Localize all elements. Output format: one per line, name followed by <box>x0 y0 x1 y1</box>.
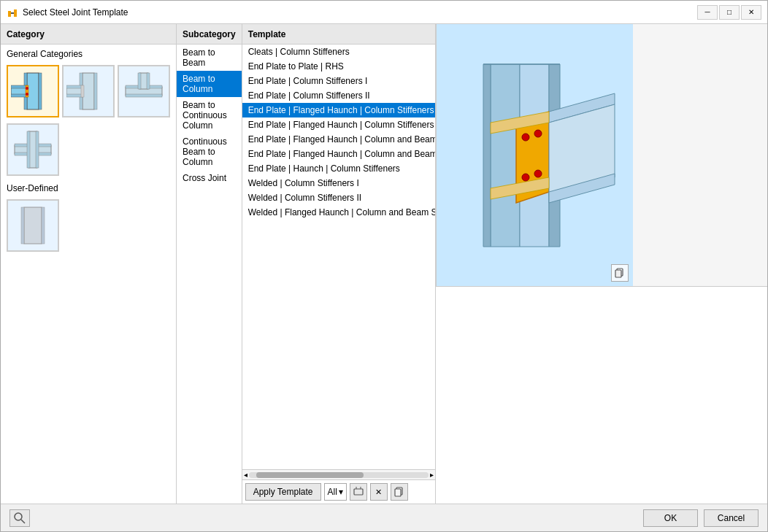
svg-rect-18 <box>81 85 84 97</box>
preview-copy-button[interactable] <box>611 264 629 282</box>
template-item-7[interactable]: End Plate | Flanged Haunch | Column and … <box>242 132 435 147</box>
cat-icon-1-svg <box>11 69 55 113</box>
user-icon-1-svg <box>11 204 55 247</box>
window-icon <box>7 7 18 18</box>
h-scrollbar-thumb[interactable] <box>256 472 364 478</box>
bottom-row: X Y Z <box>436 287 767 504</box>
cat-icon-4-svg <box>11 128 55 171</box>
preview-top-right <box>436 24 633 286</box>
template-item-11[interactable]: Welded | Column Stiffeners II <box>242 190 435 205</box>
template-item-4[interactable]: End Plate | Column Stiffeners II <box>242 88 435 103</box>
category-icon-3[interactable] <box>118 65 170 117</box>
svg-rect-24 <box>147 73 150 89</box>
svg-rect-17 <box>66 94 82 97</box>
template-scrollbar[interactable]: ◂ ▸ <box>242 469 435 479</box>
action-icon-copy-svg <box>394 487 404 497</box>
svg-rect-16 <box>66 85 82 88</box>
svg-marker-40 <box>491 64 520 247</box>
svg-point-53 <box>534 170 542 177</box>
svg-point-50 <box>522 134 529 141</box>
svg-point-51 <box>534 130 542 137</box>
action-icon-delete[interactable]: ✕ <box>370 483 388 501</box>
template-item-2[interactable]: End Plate to Plate | RHS <box>242 59 435 74</box>
template-item-5[interactable]: End Plate | Flanged Haunch | Column Stif… <box>242 103 435 117</box>
scroll-right-arrow[interactable]: ▸ <box>429 471 434 479</box>
svg-rect-34 <box>354 489 363 495</box>
preview-copy-icon <box>615 268 625 278</box>
subcategory-panel: Subcategory Beam to Beam Beam to Column … <box>177 24 242 504</box>
cat-icon-2-svg <box>66 69 110 113</box>
main-window: Select Steel Joint Template ─ □ ✕ Catego… <box>0 0 768 532</box>
svg-rect-7 <box>11 85 27 88</box>
subcategory-item-cross-joint[interactable]: Cross Joint <box>177 170 242 186</box>
category-header: Category <box>1 24 176 45</box>
template-item-8[interactable]: End Plate | Flanged Haunch | Column and … <box>242 147 435 161</box>
svg-marker-42 <box>483 64 491 247</box>
svg-rect-8 <box>11 94 27 97</box>
category-icons-row1 <box>1 62 176 120</box>
category-icon-4[interactable] <box>7 123 59 176</box>
svg-rect-32 <box>21 207 24 244</box>
minimize-button[interactable]: ─ <box>697 5 718 20</box>
svg-rect-12 <box>82 73 94 109</box>
subcategory-item-beam-to-beam[interactable]: Beam to Beam <box>177 45 242 71</box>
search-button[interactable] <box>9 509 30 527</box>
filter-dropdown[interactable]: All ▾ <box>324 483 347 501</box>
svg-point-11 <box>26 93 28 96</box>
cancel-button[interactable]: Cancel <box>704 509 759 527</box>
template-item-1[interactable]: Cleats | Column Stiffeners <box>242 45 435 59</box>
svg-rect-23 <box>138 73 141 89</box>
scroll-left-arrow[interactable]: ◂ <box>244 471 249 479</box>
title-bar: Select Steel Joint Template ─ □ ✕ <box>1 1 767 24</box>
user-defined-icons-row <box>1 196 176 255</box>
user-defined-icon-1[interactable] <box>7 199 59 252</box>
svg-rect-33 <box>42 207 45 244</box>
filter-label: All <box>328 487 337 497</box>
window-title: Select Steel Joint Template <box>23 7 697 18</box>
cat-icon-3-svg <box>122 69 166 113</box>
svg-rect-14 <box>94 73 97 109</box>
template-item-3[interactable]: End Plate | Column Stiffeners I <box>242 74 435 88</box>
right-stack: X Y Z <box>436 24 767 504</box>
template-item-10[interactable]: Welded | Column Stiffeners I <box>242 176 435 190</box>
svg-rect-21 <box>126 94 162 97</box>
svg-rect-56 <box>615 270 621 277</box>
subcategory-item-continuous-beam-to-column[interactable]: Continuous Beam to Column <box>177 134 242 170</box>
svg-line-91 <box>21 520 25 523</box>
bottom-left-panel <box>436 287 767 504</box>
top-row <box>436 24 767 287</box>
svg-rect-38 <box>395 489 401 496</box>
category-icon-1[interactable] <box>7 65 59 117</box>
svg-point-52 <box>522 174 529 181</box>
svg-rect-29 <box>27 131 30 168</box>
action-icon-1-svg <box>353 487 364 497</box>
search-icon <box>14 512 26 524</box>
category-icons-row2 <box>1 120 176 179</box>
svg-point-90 <box>15 513 22 520</box>
title-controls: ─ □ ✕ <box>697 5 761 20</box>
subcategory-item-beam-to-continuous-column[interactable]: Beam to Continuous Column <box>177 97 242 134</box>
template-item-6[interactable]: End Plate | Flanged Haunch | Column Stif… <box>242 117 435 132</box>
preview-3d-svg <box>447 50 622 261</box>
user-defined-label: User-Defined <box>1 179 176 196</box>
template-item-12[interactable]: Welded | Flanged Haunch | Column and Bea… <box>242 205 435 220</box>
action-icon-1[interactable] <box>350 483 367 501</box>
dropdown-arrow: ▾ <box>339 487 343 497</box>
apply-template-button[interactable]: Apply Template <box>245 483 321 501</box>
svg-rect-3 <box>27 73 39 109</box>
subcategory-list: Beam to Beam Beam to Column Beam to Cont… <box>177 45 242 504</box>
svg-rect-5 <box>39 73 42 109</box>
close-button[interactable]: ✕ <box>741 5 761 20</box>
h-scrollbar-track[interactable] <box>249 472 429 478</box>
bottom-bar: OK Cancel <box>1 504 767 531</box>
svg-rect-2 <box>11 12 14 14</box>
category-icon-2[interactable] <box>62 65 115 117</box>
ok-button[interactable]: OK <box>643 509 698 527</box>
svg-point-10 <box>26 87 28 90</box>
template-item-9[interactable]: End Plate | Haunch | Column Stiffeners <box>242 161 435 176</box>
svg-rect-31 <box>24 207 42 244</box>
maximize-button[interactable]: □ <box>719 5 740 20</box>
action-icon-copy[interactable] <box>391 483 408 501</box>
category-panel: Category General Categories <box>1 24 177 504</box>
subcategory-item-beam-to-column[interactable]: Beam to Column <box>177 71 242 97</box>
